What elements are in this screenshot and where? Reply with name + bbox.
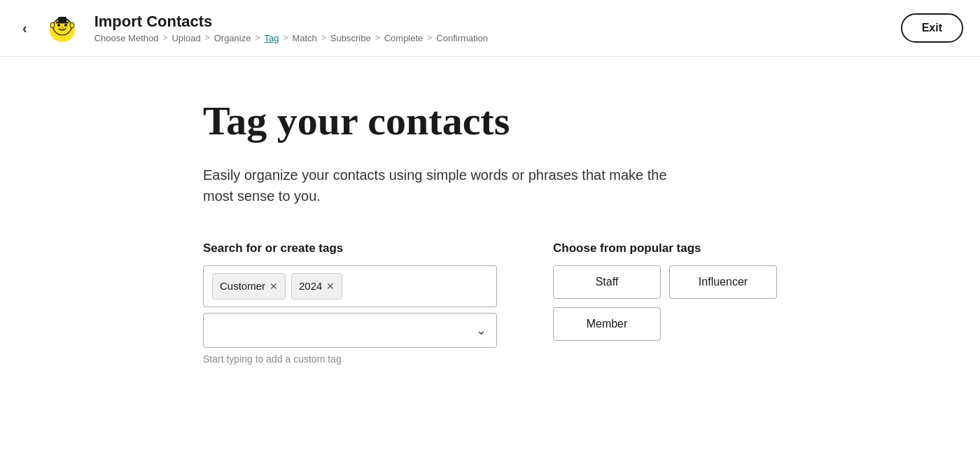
breadcrumb-upload[interactable]: Upload	[172, 33, 200, 43]
sep-6: >	[375, 33, 380, 43]
breadcrumb-choose-method[interactable]: Choose Method	[94, 33, 159, 43]
sep-7: >	[427, 33, 432, 43]
breadcrumb: Choose Method > Upload > Organize > Tag …	[94, 33, 488, 43]
svg-point-6	[70, 22, 74, 28]
exit-button[interactable]: Exit	[901, 13, 963, 43]
header: ‹ Import Contacts Choose Method	[0, 0, 980, 57]
tag-remove-customer[interactable]: ✕	[270, 281, 278, 291]
content-row: Search for or create tags Customer ✕ 202…	[203, 241, 777, 365]
header-text-block: Import Contacts Choose Method > Upload >…	[94, 13, 488, 43]
svg-rect-8	[56, 22, 69, 24]
sep-4: >	[283, 33, 288, 43]
popular-tag-staff[interactable]: Staff	[553, 265, 661, 299]
sep-3: >	[255, 33, 260, 43]
svg-rect-7	[58, 17, 66, 22]
breadcrumb-confirmation[interactable]: Confirmation	[436, 33, 488, 43]
mailchimp-logo	[44, 10, 80, 46]
svg-point-3	[57, 24, 60, 27]
tag-chip-2024-label: 2024	[299, 280, 322, 292]
popular-tags-grid: Staff Influencer Member	[553, 265, 777, 341]
breadcrumb-organize[interactable]: Organize	[214, 33, 251, 43]
main-content: Tag your contacts Easily organize your c…	[175, 57, 805, 393]
chevron-down-icon: ⌄	[476, 323, 486, 338]
right-column: Choose from popular tags Staff Influence…	[553, 241, 777, 341]
popular-tag-member[interactable]: Member	[553, 307, 661, 341]
breadcrumb-tag[interactable]: Tag	[264, 33, 279, 43]
breadcrumb-complete[interactable]: Complete	[384, 33, 424, 43]
tag-search-dropdown[interactable]: ⌄	[203, 313, 497, 348]
popular-tag-influencer[interactable]: Influencer	[669, 265, 777, 299]
left-column: Search for or create tags Customer ✕ 202…	[203, 241, 497, 365]
popular-section-label: Choose from popular tags	[553, 241, 777, 255]
tags-section-label: Search for or create tags	[203, 241, 497, 255]
svg-point-4	[64, 24, 67, 27]
breadcrumb-subscribe[interactable]: Subscribe	[330, 33, 371, 43]
page-title: Tag your contacts	[203, 99, 777, 143]
hint-text: Start typing to add a custom tag	[203, 353, 497, 365]
app-title: Import Contacts	[94, 13, 488, 31]
breadcrumb-match[interactable]: Match	[292, 33, 316, 43]
sep-5: >	[321, 33, 326, 43]
tag-chip-customer-label: Customer	[220, 280, 265, 292]
tag-chip-2024: 2024 ✕	[291, 273, 342, 300]
tag-chip-customer: Customer ✕	[212, 273, 286, 300]
tag-remove-2024[interactable]: ✕	[326, 281, 335, 291]
svg-point-9	[61, 27, 64, 29]
back-button[interactable]: ‹	[17, 17, 33, 39]
logo-container	[44, 10, 80, 46]
sep-2: >	[205, 33, 210, 43]
page-description: Easily organize your contacts using simp…	[203, 164, 693, 206]
tags-input-area: Customer ✕ 2024 ✕	[203, 265, 497, 307]
svg-point-5	[50, 22, 55, 28]
sep-1: >	[162, 33, 167, 43]
